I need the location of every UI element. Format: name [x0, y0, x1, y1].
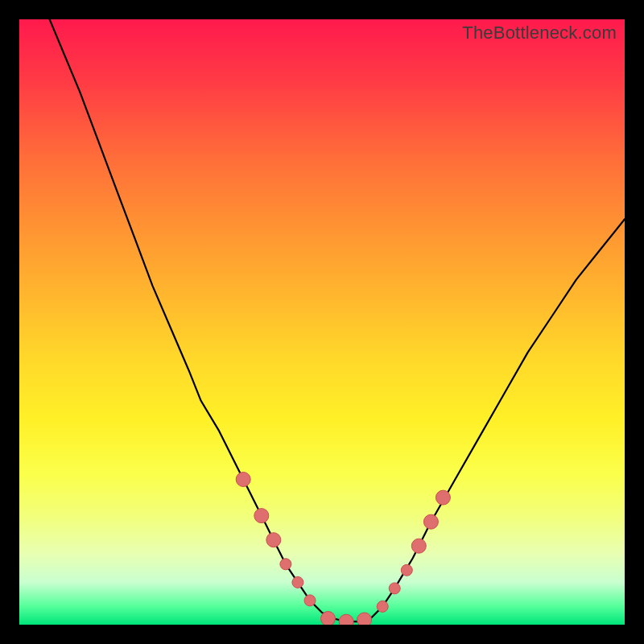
marker-group — [236, 473, 450, 625]
marker-left-dot-1 — [280, 559, 291, 570]
marker-left-dot-2 — [292, 576, 303, 588]
marker-right-dot-3 — [401, 564, 412, 576]
marker-right-band-2 — [423, 514, 438, 529]
marker-bottom-band-1 — [321, 612, 336, 625]
marker-right-band-3 — [436, 490, 450, 505]
marker-left-band-1 — [236, 473, 250, 487]
marker-bottom-band-2 — [339, 614, 353, 625]
marker-right-dot-2 — [389, 583, 400, 594]
marker-left-dot-3 — [304, 595, 316, 606]
marker-bottom-band-3 — [357, 613, 372, 625]
chart-overlay — [19, 19, 625, 625]
marker-left-band-3 — [266, 533, 281, 547]
chart-frame: TheBottleneck.com — [0, 0, 644, 644]
marker-right-dot-1 — [377, 601, 388, 612]
chart-plot-area: TheBottleneck.com — [19, 19, 625, 625]
marker-right-band-1 — [411, 539, 426, 553]
bottleneck-curve — [19, 19, 625, 621]
marker-left-band-2 — [254, 509, 269, 523]
